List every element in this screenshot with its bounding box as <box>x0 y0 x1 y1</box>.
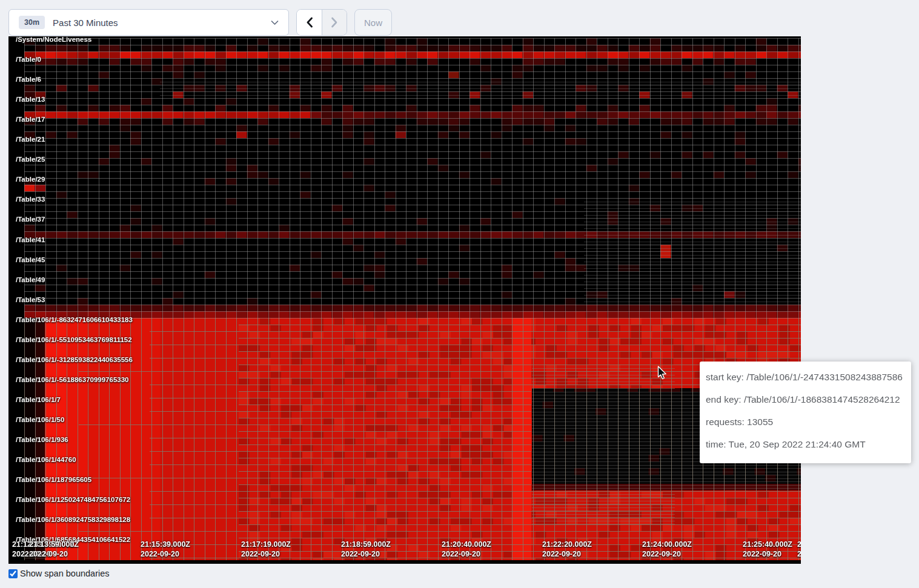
tooltip-end-key: end key: /Table/106/1/-18683814745282642… <box>706 392 905 407</box>
chevron-left-icon <box>306 17 313 28</box>
show-span-boundaries-checkbox[interactable] <box>8 569 18 578</box>
time-range-dropdown[interactable]: 30m Past 30 Minutes <box>8 9 289 36</box>
show-span-boundaries-label: Show span boundaries <box>20 569 110 578</box>
time-nav-button-group <box>296 9 347 36</box>
tooltip-start-key: start key: /Table/106/1/-247433150824388… <box>706 369 905 385</box>
key-visualizer-page: { "toolbar": { "time_badge": "30m", "tim… <box>0 0 919 588</box>
heatmap-panel: /System/NodeLiveness/Table/0/Table/6/Tab… <box>8 36 801 564</box>
cell-tooltip: start key: /Table/106/1/-247433150824388… <box>700 362 911 463</box>
now-button[interactable]: Now <box>354 9 392 36</box>
tooltip-time: time: Tue, 20 Sep 2022 21:24:40 GMT <box>706 437 905 452</box>
time-range-label: Past 30 Minutes <box>53 18 271 28</box>
tooltip-requests: requests: 13055 <box>706 414 905 429</box>
key-visualizer-canvas[interactable] <box>8 36 801 560</box>
time-range-badge: 30m <box>19 16 45 29</box>
chevron-right-icon <box>331 17 338 28</box>
show-span-boundaries-control: Show span boundaries <box>8 569 110 578</box>
chevron-down-icon <box>271 20 279 25</box>
next-time-button[interactable] <box>322 10 347 35</box>
prev-time-button[interactable] <box>297 10 322 35</box>
